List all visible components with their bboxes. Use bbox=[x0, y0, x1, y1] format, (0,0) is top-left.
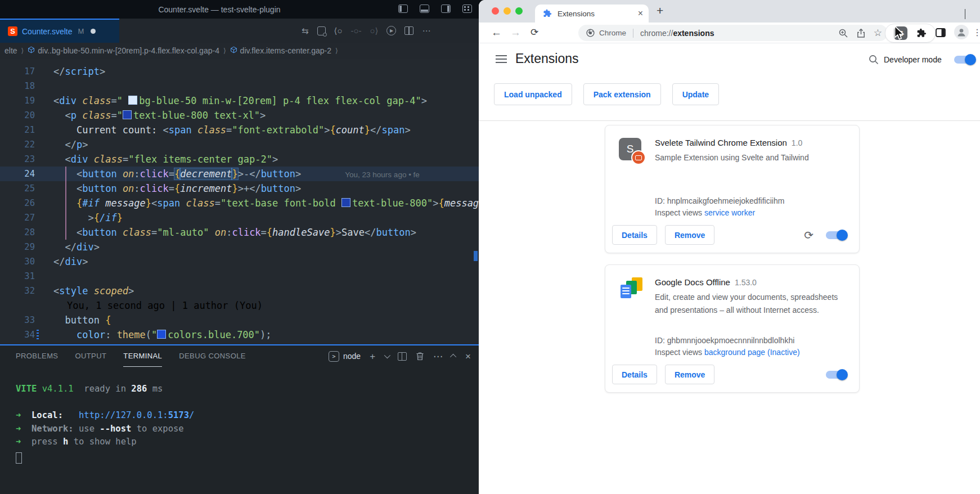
navigate-back-icon[interactable]: ⟨○ bbox=[334, 26, 343, 36]
code-line[interactable]: 30</div> bbox=[0, 254, 479, 269]
editor-tab-counter-svelte[interactable]: S Counter.svelte M bbox=[0, 19, 119, 43]
developer-mode-toggle[interactable] bbox=[954, 56, 975, 64]
line-number: 26 bbox=[0, 196, 53, 210]
address-bar[interactable]: Chrome chrome:// extensions ☆ bbox=[578, 25, 888, 41]
tab-close-icon[interactable]: × bbox=[638, 9, 643, 18]
code-text bbox=[53, 269, 479, 284]
code-line[interactable]: 33 button { bbox=[0, 313, 479, 327]
panel-tab-problems[interactable]: PROBLEMS bbox=[16, 345, 58, 367]
menu-hamburger-icon[interactable] bbox=[496, 55, 507, 63]
maximize-panel-icon[interactable] bbox=[450, 354, 456, 360]
breadcrumb-item[interactable]: div..bg-blue-50.min-w-[20rem].p-4.flex.f… bbox=[38, 46, 219, 55]
zoom-icon[interactable] bbox=[838, 28, 848, 38]
code-line[interactable]: 24 <button on:click={decrement}>-</butto… bbox=[0, 167, 479, 181]
line-number: 31 bbox=[0, 269, 53, 284]
load-unpacked-button[interactable]: Load unpacked bbox=[494, 83, 572, 105]
code-text: >{/if} bbox=[53, 210, 479, 225]
code-line[interactable]: 26 {#if message}<span class="text-base f… bbox=[0, 196, 479, 210]
extensions-favicon-puzzle-icon bbox=[543, 9, 552, 18]
details-button[interactable]: Details bbox=[612, 365, 657, 384]
pack-extension-button[interactable]: Pack extension bbox=[583, 83, 661, 105]
split-terminal-icon[interactable] bbox=[398, 352, 407, 361]
remove-button[interactable]: Remove bbox=[665, 225, 714, 245]
site-info-icon[interactable] bbox=[586, 29, 595, 37]
url-host: extensions bbox=[673, 29, 714, 38]
code-editor[interactable]: 17</script>1819<div class=" bg-blue-50 m… bbox=[0, 59, 479, 350]
back-button[interactable]: ← bbox=[491, 25, 502, 39]
update-button[interactable]: Update bbox=[672, 83, 719, 105]
reload-button[interactable]: ⟳ bbox=[531, 25, 538, 39]
extensions-puzzle-icon[interactable] bbox=[916, 28, 927, 38]
panel-tab-output[interactable]: OUTPUT bbox=[75, 345, 106, 367]
macos-close-button[interactable] bbox=[492, 7, 499, 15]
toggle-panel-icon[interactable] bbox=[420, 5, 429, 13]
code-text: Current count: <span class="font-extrabo… bbox=[53, 123, 479, 137]
kill-terminal-icon[interactable] bbox=[416, 352, 424, 361]
code-line[interactable]: 29 </div> bbox=[0, 240, 479, 254]
panel-tab-debug-console[interactable]: DEBUG CONSOLE bbox=[179, 345, 246, 367]
color-swatch bbox=[123, 110, 132, 119]
code-line[interactable]: 34 color: theme("colors.blue.700"); bbox=[0, 327, 479, 342]
breadcrumb[interactable]: elte⟩div..bg-blue-50.min-w-[20rem].p-4.f… bbox=[0, 43, 479, 59]
unpacked-badge-icon bbox=[631, 150, 646, 165]
split-editor-icon[interactable] bbox=[404, 26, 413, 35]
share-icon[interactable] bbox=[856, 28, 866, 38]
code-line[interactable]: 28 <button class="ml-auto" on:click={han… bbox=[0, 225, 479, 240]
toggle-secondary-sidebar-icon[interactable] bbox=[441, 5, 451, 13]
toggle-sidebar-icon[interactable] bbox=[398, 5, 408, 13]
symbol-cube-icon bbox=[230, 46, 240, 55]
google-docs-offline-icon bbox=[619, 277, 645, 303]
more-actions-icon[interactable]: ⋯ bbox=[422, 26, 430, 36]
forward-button[interactable]: → bbox=[510, 25, 521, 39]
details-button[interactable]: Details bbox=[612, 225, 657, 245]
panel-actions: > node + ⋯ × bbox=[329, 345, 471, 367]
reload-extension-icon[interactable]: ⟳ bbox=[804, 230, 813, 241]
code-line[interactable]: 32<style scoped> bbox=[0, 284, 479, 298]
customize-layout-icon[interactable] bbox=[462, 5, 472, 13]
new-terminal-icon[interactable]: + bbox=[370, 352, 375, 361]
inspect-views-link[interactable]: service worker bbox=[704, 208, 755, 217]
open-preview-icon[interactable] bbox=[317, 26, 326, 35]
tab-search-chevron-icon[interactable] bbox=[965, 9, 965, 19]
macos-minimize-button[interactable] bbox=[504, 7, 511, 15]
profile-avatar[interactable] bbox=[954, 25, 969, 39]
breadcrumb-item[interactable]: elte bbox=[5, 46, 17, 55]
inspect-views-link[interactable]: background page (Inactive) bbox=[704, 348, 800, 357]
new-tab-button[interactable]: + bbox=[657, 5, 663, 16]
timeline-icon[interactable]: -○- bbox=[351, 26, 362, 35]
code-line[interactable]: 27 >{/if} bbox=[0, 210, 479, 225]
panel-tab-terminal[interactable]: TERMINAL bbox=[123, 345, 162, 367]
code-line[interactable]: 25 <button on:click={increment}>+</butto… bbox=[0, 181, 479, 196]
line-number: 30 bbox=[0, 254, 53, 269]
breadcrumb-item[interactable]: div.flex.items-center.gap-2 bbox=[240, 46, 331, 55]
code-text: <button class="ml-auto" on:click={handle… bbox=[53, 225, 479, 240]
overview-ruler-marker bbox=[474, 251, 478, 261]
macos-zoom-button[interactable] bbox=[515, 7, 523, 15]
navigate-forward-icon[interactable]: ○⟩ bbox=[370, 26, 379, 36]
code-line[interactable]: 31 bbox=[0, 269, 479, 284]
code-line[interactable]: 22 </p> bbox=[0, 137, 479, 152]
code-line[interactable]: 19<div class=" bg-blue-50 min-w-[20rem] … bbox=[0, 93, 479, 108]
code-line[interactable]: 23 <div class="flex items-center gap-2"> bbox=[0, 152, 479, 167]
code-line[interactable]: 20 <p class="text-blue-800 text-xl"> bbox=[0, 108, 479, 123]
run-file-icon[interactable]: ▶ bbox=[386, 26, 396, 35]
extension-enabled-toggle[interactable] bbox=[826, 231, 847, 239]
remove-button[interactable]: Remove bbox=[665, 365, 714, 384]
bookmark-star-icon[interactable]: ☆ bbox=[874, 28, 882, 38]
code-line[interactable]: 18 bbox=[0, 79, 479, 93]
terminal-output[interactable]: VITE v4.1.1 ready in 286 ms ➜ Local: htt… bbox=[16, 383, 194, 464]
terminal-dropdown-icon[interactable] bbox=[384, 352, 390, 358]
panel-more-icon[interactable]: ⋯ bbox=[433, 352, 443, 361]
side-panel-icon[interactable] bbox=[936, 28, 946, 37]
extension-name: Google Docs Offline bbox=[655, 277, 730, 287]
code-line[interactable]: 17</script> bbox=[0, 64, 479, 79]
extension-enabled-toggle[interactable] bbox=[826, 371, 847, 379]
code-line[interactable]: 21 Current count: <span class="font-extr… bbox=[0, 123, 479, 137]
line-number: 22 bbox=[0, 137, 53, 152]
search-icon[interactable] bbox=[868, 54, 879, 65]
browser-tab-extensions[interactable]: Extensions × bbox=[535, 5, 649, 23]
close-panel-icon[interactable]: × bbox=[465, 352, 471, 361]
chrome-menu-kebab-icon[interactable]: ⋮ bbox=[973, 27, 980, 38]
compare-changes-icon[interactable]: ⇆ bbox=[302, 26, 309, 36]
terminal-shell-badge[interactable]: > node bbox=[329, 351, 361, 362]
